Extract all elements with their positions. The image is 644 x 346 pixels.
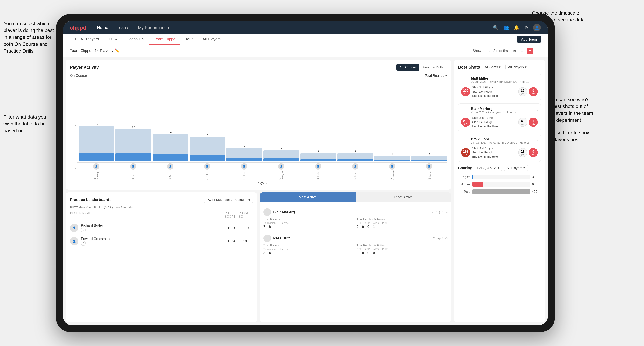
bar bbox=[226, 148, 262, 161]
bar-group: 12 bbox=[116, 126, 151, 161]
active-player-row: Blair McHarg 26 Aug 2023 bbox=[264, 208, 448, 216]
scoring-bar-label: Eagles bbox=[458, 175, 470, 179]
bar-value: 3 bbox=[354, 150, 356, 153]
shot-player-name: Matt Miller bbox=[471, 76, 534, 80]
settings-icon[interactable]: ⊕ bbox=[524, 25, 528, 30]
shot-player-name: Blair McHarg bbox=[471, 107, 534, 111]
shot-cards: Matt Miller 09 Jun 2023 · Royal North De… bbox=[458, 73, 541, 197]
tournament-val: 7 bbox=[264, 225, 265, 229]
y-label-10: 10 bbox=[73, 79, 76, 82]
nav-teams[interactable]: Teams bbox=[117, 25, 129, 30]
scoring-bar-wrap bbox=[472, 182, 530, 187]
list-view-icon[interactable]: ⊟ bbox=[519, 47, 525, 54]
bar-group: 9 bbox=[190, 134, 225, 161]
shot-card[interactable]: David Ford 24 Aug 2023 · Royal North Dev… bbox=[458, 134, 541, 162]
notification-icon[interactable]: 🔔 bbox=[514, 25, 520, 30]
practice-filter-dropdown[interactable]: PUTT Must Make Putting ... ▾ bbox=[204, 197, 253, 203]
least-active-tab[interactable]: Least Active bbox=[356, 192, 451, 202]
team-header: Team Clippd | 14 Players ✏️ Show: Last 3… bbox=[63, 45, 548, 57]
player-rank-badge: 2 bbox=[81, 241, 86, 246]
shot-player-info: Blair McHarg 23 Jul 2023 · Ashridge GC ·… bbox=[471, 107, 534, 114]
active-player-date: 26 Aug 2023 bbox=[432, 211, 448, 214]
practice-table-header: PLAYER NAME PB SCORE PB AVG SQ bbox=[70, 211, 253, 220]
shot-metric-zero-val: 0 bbox=[532, 89, 534, 93]
chart-wrapper: 10 5 0 13 12 10 9 bbox=[70, 79, 447, 185]
active-practice-values: 0 0 0 1 bbox=[357, 225, 448, 229]
all-shots-dropdown[interactable]: All Shots ▾ bbox=[482, 64, 503, 70]
shot-metric-zero-unit: yds bbox=[532, 123, 534, 125]
active-rounds-label: Total Rounds bbox=[264, 218, 354, 221]
player-rank-badge: 1 bbox=[81, 227, 86, 232]
putt-label: PUTT bbox=[382, 222, 389, 224]
shot-player-meta: 09 Jun 2023 · Royal North Devon GC · Hol… bbox=[471, 80, 534, 84]
player-cell: 👤 Richard Butler 1 bbox=[70, 223, 225, 232]
add-team-button[interactable]: Add Team bbox=[517, 36, 541, 43]
show-label: Show: bbox=[473, 49, 482, 53]
shot-card[interactable]: Matt Miller 09 Jun 2023 · Royal North De… bbox=[458, 73, 541, 101]
col-pb-avg: PB AVG SQ bbox=[239, 211, 253, 218]
search-icon[interactable]: 🔍 bbox=[493, 25, 498, 30]
shot-metric-zero-val: 0 bbox=[532, 150, 534, 154]
active-practice-header: GTT APP ARG PUTT bbox=[357, 222, 448, 224]
player-info: Richard Butler 1 bbox=[81, 223, 103, 232]
bar-highlight bbox=[264, 159, 299, 161]
user-avatar[interactable]: 👤 bbox=[533, 24, 541, 31]
practice-val: 4 bbox=[269, 251, 271, 255]
chart-main: 13 12 10 9 5 4 3 3 bbox=[77, 79, 447, 185]
most-active-tab[interactable]: Most Active bbox=[260, 192, 356, 202]
bar-value: 2 bbox=[428, 153, 430, 155]
all-players-dropdown[interactable]: All Players ▾ bbox=[506, 64, 529, 70]
view-icons: ⊞ ⊟ ♥ ≡ bbox=[511, 47, 541, 54]
chart-filter-dropdown[interactable]: Total Rounds ▾ bbox=[425, 74, 447, 78]
player-activity-title: Player Activity bbox=[70, 65, 99, 70]
scoring-filter2[interactable]: All Players ▾ bbox=[504, 165, 528, 171]
practice-rows: 👤 Richard Butler 1 19/20 110 👤 Edward Cr… bbox=[70, 221, 253, 248]
active-practice-header: GTT APP ARG PUTT bbox=[357, 248, 448, 251]
bar-highlight bbox=[300, 159, 336, 161]
grid-view-icon[interactable]: ⊞ bbox=[511, 47, 518, 54]
scoring-filter1[interactable]: Par 3, 4 & 5s ▾ bbox=[474, 165, 502, 171]
shot-badge: 198 SG bbox=[461, 148, 470, 157]
detail-view-icon[interactable]: ≡ bbox=[534, 47, 541, 54]
tab-tour[interactable]: Tour bbox=[180, 34, 198, 45]
practice-label: Practice bbox=[280, 248, 289, 251]
tab-pgat-players[interactable]: PGAT Players bbox=[70, 34, 104, 45]
scoring-bar-row: Eagles 3 bbox=[458, 174, 541, 179]
tab-team-clippd[interactable]: Team Clippd bbox=[149, 34, 180, 45]
scoring-bar-fill bbox=[472, 174, 473, 179]
pb-score: 18/20 bbox=[225, 239, 239, 243]
bar-group: 4 bbox=[264, 147, 299, 161]
chevron-right-icon: › bbox=[536, 78, 538, 82]
scoring-bar-value: 499 bbox=[532, 190, 541, 194]
bar-label: 👤 E. Ebert bbox=[226, 163, 262, 180]
bar-avatar: 👤 bbox=[241, 163, 247, 170]
practice-sub-title: PUTT Must Make Putting (3-6 ft), Last 3 … bbox=[70, 206, 253, 209]
users-icon[interactable]: 👥 bbox=[503, 25, 509, 30]
shot-card[interactable]: Blair McHarg 23 Jul 2023 · Ashridge GC ·… bbox=[458, 103, 541, 131]
shot-badge-sub: SG bbox=[464, 123, 467, 125]
nav-home[interactable]: Home bbox=[97, 25, 108, 30]
card-view-icon[interactable]: ♥ bbox=[527, 47, 533, 54]
practice-drills-toggle[interactable]: Practice Drills bbox=[420, 64, 447, 71]
scoring-bar-fill bbox=[472, 189, 530, 194]
bar-label: 👤 L. Robertson bbox=[412, 163, 447, 180]
nav-my-performance[interactable]: My Performance bbox=[138, 25, 169, 30]
shot-metrics: 43 yds 0 yds bbox=[518, 118, 538, 127]
app-label: APP bbox=[365, 248, 370, 251]
timescale-dropdown[interactable]: Last 3 months bbox=[486, 49, 508, 53]
tab-hcaps[interactable]: Hcaps 1-5 bbox=[122, 34, 149, 45]
shot-metric-zero: 0 yds bbox=[529, 118, 538, 127]
tab-all-players[interactable]: All Players bbox=[198, 34, 226, 45]
bar-group: 2 bbox=[412, 153, 447, 161]
edit-icon[interactable]: ✏️ bbox=[115, 48, 120, 53]
tab-pga[interactable]: PGA bbox=[104, 34, 122, 45]
shot-lie: Start Lie: Rough bbox=[472, 120, 516, 124]
nav-icons: 🔍 👥 🔔 ⊕ 👤 bbox=[493, 24, 541, 31]
bar-label: 👤 M. Miller bbox=[338, 163, 373, 180]
active-practice-block: Total Practice Activities GTT APP ARG PU… bbox=[357, 218, 448, 229]
on-course-toggle[interactable]: On Course bbox=[396, 64, 420, 71]
chevron-right-icon: › bbox=[536, 108, 538, 113]
shot-badge: 200 SG bbox=[461, 87, 470, 96]
arg-label: ARG bbox=[374, 248, 379, 251]
bar-group: 13 bbox=[78, 123, 114, 161]
